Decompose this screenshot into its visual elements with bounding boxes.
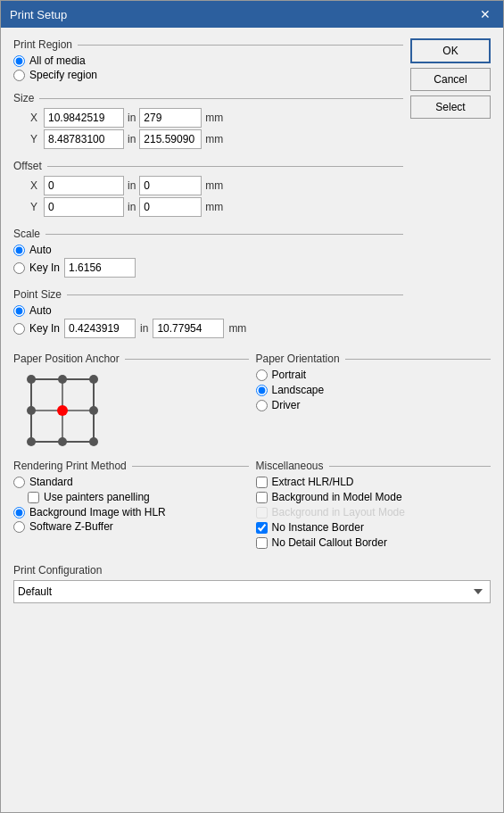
misc-divider (329, 466, 491, 467)
offset-x-label: X (28, 179, 40, 192)
orientation-header: Paper Orientation (256, 353, 492, 365)
svg-point-4 (58, 375, 67, 384)
driver-radio[interactable] (256, 400, 268, 411)
driver-row: Driver (256, 399, 492, 411)
standard-label: Standard (29, 476, 73, 488)
standard-radio[interactable] (13, 477, 25, 488)
offset-section: Offset X in mm Y in (13, 160, 403, 219)
anchor-divider (125, 359, 249, 360)
bg-image-hlr-row: Background Image with HLR (13, 506, 249, 518)
offset-y-mm-input[interactable] (139, 197, 202, 217)
offset-y-in-input[interactable] (44, 197, 124, 217)
scale-section: Scale Auto Key In (13, 228, 403, 279)
point-size-keyin-radio[interactable] (13, 323, 25, 335)
software-z-radio[interactable] (13, 521, 25, 533)
cancel-button[interactable]: Cancel (410, 68, 491, 91)
point-size-section: Point Size Auto Key In in mm (13, 288, 403, 340)
standard-row: Standard (13, 476, 249, 488)
bg-layout-mode-checkbox (256, 507, 268, 518)
orientation-divider (345, 359, 491, 360)
point-size-mm-input[interactable] (153, 319, 224, 338)
offset-y-row: Y in mm (28, 197, 403, 217)
print-config-header: Print Configuration (13, 564, 491, 577)
point-size-auto-row: Auto (13, 304, 403, 317)
software-z-label: Software Z-Buffer (29, 520, 113, 533)
portrait-row: Portrait (256, 369, 492, 381)
rendering-divider (132, 466, 249, 467)
size-x-mm-input[interactable] (139, 108, 202, 128)
print-setup-dialog: Print Setup ✕ Print Region All of media (0, 0, 504, 813)
svg-point-8 (89, 406, 98, 415)
size-x-label: X (28, 112, 40, 124)
size-x-mm-unit: mm (205, 112, 223, 124)
extract-hlr-checkbox[interactable] (256, 477, 268, 488)
svg-point-5 (89, 375, 98, 384)
specify-region-row: Specify region (13, 69, 403, 81)
rendering-label: Rendering Print Method (13, 460, 127, 472)
offset-y-label: Y (28, 201, 40, 213)
bg-model-mode-label: Background in Model Mode (272, 491, 402, 503)
misc-header: Miscellaneous (256, 460, 492, 472)
all-of-media-radio[interactable] (13, 55, 25, 67)
offset-y-in-unit: in (128, 201, 136, 213)
print-region-divider (78, 45, 403, 46)
paper-position-anchor-section: Paper Position Anchor (13, 353, 249, 447)
no-instance-border-row: No Instance Border (256, 521, 492, 534)
size-label: Size (13, 92, 34, 104)
landscape-row: Landscape (256, 384, 492, 396)
no-detail-callout-checkbox[interactable] (256, 537, 268, 549)
scale-divider (45, 234, 403, 235)
use-painters-label: Use painters panelling (44, 491, 150, 503)
bg-image-hlr-radio[interactable] (13, 507, 25, 518)
scale-keyin-input[interactable] (64, 258, 136, 278)
point-size-mm-unit: mm (228, 322, 246, 335)
print-region-label: Print Region (13, 38, 72, 51)
point-size-auto-radio[interactable] (13, 305, 25, 317)
portrait-radio[interactable] (256, 369, 268, 381)
no-instance-border-label: No Instance Border (272, 521, 364, 534)
size-x-in-unit: in (128, 112, 136, 124)
print-region-header: Print Region (13, 38, 403, 51)
bg-model-mode-checkbox[interactable] (256, 492, 268, 503)
use-painters-checkbox[interactable] (28, 492, 39, 503)
bg-image-hlr-label: Background Image with HLR (29, 506, 166, 518)
offset-x-mm-unit: mm (205, 179, 223, 192)
scale-keyin-label: Key In (29, 261, 60, 274)
print-config-select[interactable]: Default (13, 580, 491, 603)
svg-point-10 (58, 437, 67, 446)
point-size-divider (67, 295, 403, 295)
all-of-media-row: All of media (13, 54, 403, 67)
offset-header: Offset (13, 160, 403, 172)
select-button[interactable]: Select (410, 95, 491, 119)
driver-label: Driver (272, 399, 301, 411)
size-y-mm-input[interactable] (139, 129, 202, 149)
landscape-radio[interactable] (256, 385, 268, 396)
scale-auto-label: Auto (29, 244, 52, 256)
top-area: Print Region All of media Specify region (13, 38, 491, 344)
offset-x-mm-input[interactable] (139, 176, 202, 195)
main-left: Print Region All of media Specify region (13, 38, 403, 344)
offset-x-in-input[interactable] (44, 176, 124, 195)
dialog-title: Print Setup (10, 8, 67, 21)
bottom-two-col: Paper Position Anchor (13, 353, 491, 447)
svg-point-3 (27, 375, 36, 384)
point-size-keyin-label: Key In (29, 322, 60, 335)
offset-x-row: X in mm (28, 176, 403, 195)
scale-keyin-row: Key In (13, 258, 403, 278)
scale-auto-row: Auto (13, 244, 403, 256)
no-instance-border-checkbox[interactable] (256, 522, 268, 534)
size-x-in-input[interactable] (44, 108, 124, 128)
point-size-auto-label: Auto (29, 304, 52, 317)
extract-hlr-row: Extract HLR/HLD (256, 476, 492, 488)
specify-region-radio[interactable] (13, 70, 25, 81)
scale-keyin-radio[interactable] (13, 262, 25, 274)
size-y-mm-unit: mm (205, 133, 223, 145)
size-divider (39, 98, 403, 99)
extract-hlr-label: Extract HLR/HLD (272, 476, 354, 488)
point-size-header: Point Size (13, 288, 403, 301)
scale-auto-radio[interactable] (13, 245, 25, 256)
ok-button[interactable]: OK (410, 38, 491, 63)
close-button[interactable]: ✕ (476, 6, 494, 22)
size-y-in-input[interactable] (44, 129, 124, 149)
point-size-in-input[interactable] (64, 319, 136, 338)
